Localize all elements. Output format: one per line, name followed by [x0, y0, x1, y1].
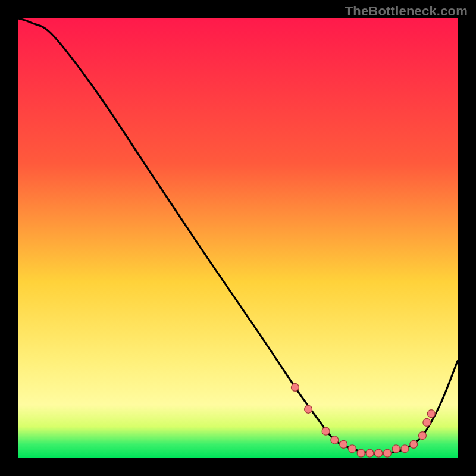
chart-frame: TheBottleneck.com	[0, 0, 476, 476]
watermark-label: TheBottleneck.com	[345, 4, 468, 19]
plot-area	[18, 18, 458, 458]
